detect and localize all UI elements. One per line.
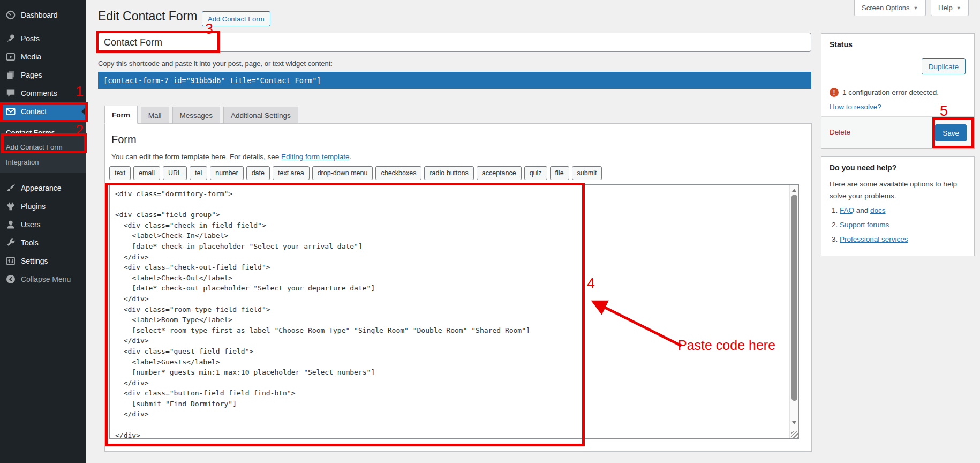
tag-button-tel[interactable]: tel [190,166,207,180]
config-error-text: 1 configuration error detected. [842,88,939,96]
help-intro: Here are some available options to help … [830,178,967,202]
delete-link[interactable]: Delete [830,128,850,136]
status-panel: Status Duplicate ! 1 configuration error… [821,33,975,149]
pages-icon [5,70,16,80]
tag-button-submit[interactable]: submit [572,166,602,180]
faq-link[interactable]: FAQ [840,206,854,214]
sidebar-item-label: Dashboard [21,11,58,19]
help-panel-title: Do you need help? [830,163,896,172]
textarea-scrollbar[interactable] [789,185,798,438]
save-button[interactable]: Save [935,124,967,141]
panel-heading: Form [111,133,137,146]
tag-button-text-area[interactable]: text area [273,166,310,180]
tab-additional-settings[interactable]: Additional Settings [223,107,298,124]
form-template-code: <div class="dormitory-form"> <div class=… [110,185,789,438]
tag-button-acceptance[interactable]: acceptance [477,166,522,180]
tag-button-checkboxes[interactable]: checkboxes [375,166,421,180]
sidebar-item-label: Comments [21,89,57,98]
tag-button-number[interactable]: number [210,166,243,180]
form-template-textarea[interactable]: <div class="dormitory-form"> <div class=… [109,184,799,439]
sidebar-item-label: Tools [21,238,39,247]
sidebar-item-label: Collapse Menu [21,275,71,283]
paintbrush-icon [5,183,16,193]
panel-hint: You can edit the form template here. For… [111,153,351,161]
add-contact-form-button[interactable]: Add Contact Form [202,11,270,26]
sidebar-item-label: Appearance [21,184,62,192]
help-button[interactable]: Help ▼ [931,0,969,16]
chevron-down-icon: ▼ [914,5,918,11]
editing-form-template-link[interactable]: Editing form template [281,153,350,161]
help-links-list: FAQ and docs Support forums Professional… [840,206,908,250]
tag-generator-buttons: text email URL tel number date text area… [109,166,602,180]
envelope-icon [5,106,16,117]
status-panel-footer: Delete Save [821,116,974,148]
collapse-arrow-icon [5,274,16,285]
screen-options-button[interactable]: Screen Options ▼ [854,0,926,16]
sidebar-item-settings[interactable]: Settings [0,252,86,270]
tag-button-file[interactable]: file [550,166,569,180]
tab-messages[interactable]: Messages [172,107,221,124]
config-error-row: ! 1 configuration error detected. [830,88,939,97]
warning-icon: ! [830,88,839,97]
tag-button-url[interactable]: URL [163,166,187,180]
sidebar-item-label: Contact [21,107,47,116]
sidebar-item-appearance[interactable]: Appearance [0,179,86,197]
list-item: Professional services [840,235,908,243]
shortcode-field[interactable]: [contact-form-7 id="91bb5d6" title="Cont… [98,72,811,89]
dashboard-icon [5,10,16,20]
page-title: Edit Contact Form [98,9,197,24]
tag-button-text[interactable]: text [109,166,131,180]
sidebar-item-collapse-menu[interactable]: Collapse Menu [0,270,86,288]
how-to-resolve-link[interactable]: How to resolve? [830,103,881,111]
sidebar-item-comments[interactable]: Comments [0,84,86,102]
help-panel: Do you need help? Here are some availabl… [821,156,975,256]
sidebar-item-media[interactable]: Media [0,48,86,66]
sidebar-item-posts[interactable]: Posts [0,29,86,48]
duplicate-button[interactable]: Duplicate [922,58,966,74]
contact-submenu: Contact Forms Add Contact Form Integrati… [0,121,86,173]
admin-sidebar: Dashboard Posts Media Pages Comments Con… [0,0,86,463]
tag-button-date[interactable]: date [246,166,270,180]
comment-bubble-icon [5,88,16,99]
list-item: FAQ and docs [840,206,908,214]
editor-tabs: Form Mail Messages Additional Settings [104,106,298,124]
sidebar-item-label: Users [21,220,41,229]
sidebar-item-pages[interactable]: Pages [0,66,86,84]
status-panel-title: Status [830,40,853,49]
tag-button-radio-buttons[interactable]: radio buttons [424,166,473,180]
professional-services-link[interactable]: Professional services [840,235,908,243]
docs-link[interactable]: docs [870,206,886,214]
sidebar-item-dashboard[interactable]: Dashboard [0,6,86,24]
chevron-down-icon: ▼ [956,5,961,11]
sidebar-item-tools[interactable]: Tools [0,234,86,252]
sidebar-item-contact[interactable]: Contact [0,102,86,121]
pushpin-icon [5,33,16,44]
sidebar-item-label: Posts [21,34,40,43]
sidebar-item-users[interactable]: Users [0,215,86,234]
tag-button-email[interactable]: email [133,166,160,180]
plug-icon [5,201,16,212]
sidebar-item-plugins[interactable]: Plugins [0,197,86,215]
sidebar-item-label: Plugins [21,202,46,211]
shortcode-hint: Copy this shortcode and paste it into yo… [98,59,333,68]
tag-button-quiz[interactable]: quiz [524,166,547,180]
sidebar-item-label: Settings [21,257,48,265]
wrench-icon [5,237,16,248]
scroll-up-arrow-icon[interactable] [792,189,796,192]
resize-grip-icon[interactable] [791,431,798,438]
submenu-item-contact-forms[interactable]: Contact Forms [0,125,86,139]
tab-mail[interactable]: Mail [141,107,169,124]
wordpress-admin-screen: Dashboard Posts Media Pages Comments Con… [0,0,980,463]
form-title-input[interactable] [98,33,811,52]
person-icon [5,219,16,230]
form-editor-panel: Form You can edit the form template here… [104,123,812,452]
tab-form[interactable]: Form [104,106,138,124]
scrollbar-thumb[interactable] [791,195,797,401]
support-forums-link[interactable]: Support forums [840,221,889,229]
submenu-item-add-contact-form[interactable]: Add Contact Form [0,139,86,154]
submenu-item-integration[interactable]: Integration [0,154,86,169]
media-icon [5,51,16,62]
scroll-down-arrow-icon[interactable] [792,421,796,424]
tag-button-drop-down-menu[interactable]: drop-down menu [312,166,373,180]
sidebar-item-label: Pages [21,71,42,79]
